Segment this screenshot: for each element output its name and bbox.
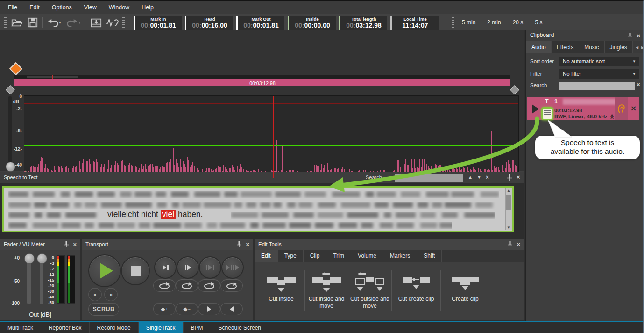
- toolbar-drag-handle[interactable]: [122, 17, 125, 28]
- previous-marker-button[interactable]: [220, 303, 243, 315]
- play-from-mark-button[interactable]: [177, 256, 199, 279]
- taskbar-reporter-box[interactable]: Reporter Box: [41, 322, 90, 333]
- loop-play-button[interactable]: [153, 279, 176, 292]
- menu-item-file[interactable]: File: [2, 1, 23, 14]
- loop-inside-button[interactable]: [198, 279, 220, 292]
- time-field-total-length[interactable]: Total length 00:03:12.98: [339, 16, 387, 30]
- menu-item-view[interactable]: View: [78, 1, 103, 14]
- time-field-mark-in[interactable]: Mark In 00:00:01.81: [134, 16, 182, 30]
- taskbar-bpm[interactable]: BPM: [184, 322, 211, 333]
- time-field-mark-out[interactable]: Mark Out 00:00:01.81: [236, 16, 284, 30]
- clipboard-audio-item[interactable]: T 1 1 00:03:12.98 BWF, Linear; 48.0 kHz …: [527, 97, 639, 120]
- scroll-up-icon[interactable]: ▲: [507, 188, 510, 193]
- scrub-button[interactable]: SCRUB: [88, 303, 119, 316]
- tab-type[interactable]: Type: [278, 250, 304, 262]
- tab-volume[interactable]: Volume: [351, 250, 383, 262]
- transcript-scrollbar-thumb[interactable]: [506, 195, 511, 210]
- loop-mark-out-button[interactable]: [220, 279, 243, 292]
- waveform-canvas[interactable]: [24, 95, 519, 178]
- close-panel-icon[interactable]: ×: [517, 241, 520, 248]
- menu-item-options[interactable]: Options: [46, 1, 78, 14]
- taskbar-singletrack[interactable]: SingleTrack: [139, 322, 184, 333]
- close-panel-icon[interactable]: ×: [637, 32, 640, 39]
- skip-forward-button[interactable]: »: [104, 288, 118, 301]
- close-panel-icon[interactable]: ×: [517, 174, 520, 181]
- toolbar-drag-handle[interactable]: [452, 17, 454, 28]
- speech-to-text-doc-icon[interactable]: [541, 107, 553, 120]
- pin-icon[interactable]: [64, 241, 69, 247]
- clipboard-search-clear-icon[interactable]: ×: [637, 81, 640, 88]
- import-audio-button[interactable]: [89, 16, 103, 29]
- playhead-cursor[interactable]: [273, 96, 274, 178]
- taskbar-multitrack[interactable]: MultiTrack: [0, 322, 41, 333]
- save-button[interactable]: [26, 16, 40, 29]
- open-file-button[interactable]: [10, 16, 24, 29]
- clipboard-search-input[interactable]: [559, 82, 635, 90]
- fader-track-left[interactable]: [27, 259, 31, 304]
- tabs-scroll-right-icon[interactable]: ▶: [641, 45, 644, 50]
- zoom-preset-5min[interactable]: 5 min: [456, 18, 481, 27]
- zoom-preset-2min[interactable]: 2 min: [481, 18, 506, 27]
- stop-button[interactable]: [121, 256, 150, 285]
- menu-item-help[interactable]: Help: [135, 1, 160, 14]
- overview-marker-diamond[interactable]: [9, 62, 22, 75]
- zoom-preset-20s[interactable]: 20 s: [507, 18, 529, 27]
- play-button[interactable]: [88, 254, 121, 287]
- tab-clip[interactable]: Clip: [304, 250, 327, 262]
- loop-mark-in-button[interactable]: [176, 279, 198, 292]
- tool-cut-inside[interactable]: Cut inside: [258, 266, 304, 311]
- taskbar-schedule-screen[interactable]: Schedule Screen: [211, 322, 269, 333]
- prelisten-button[interactable]: [105, 16, 119, 29]
- tab-effects[interactable]: Effects: [552, 41, 579, 53]
- prelisten-ear-button[interactable]: [615, 97, 628, 120]
- remove-marker-button[interactable]: ◆−: [176, 303, 198, 315]
- tab-music[interactable]: Music: [579, 41, 604, 53]
- tabs-scroll-left-icon[interactable]: ◀: [636, 45, 638, 50]
- pin-icon[interactable]: [507, 174, 512, 181]
- tab-trim[interactable]: Trim: [326, 250, 351, 262]
- tool-cut-inside-move[interactable]: Cut inside and move: [305, 266, 348, 311]
- play-around-marks-button[interactable]: [221, 256, 244, 279]
- search-prev-icon[interactable]: ▲: [468, 174, 473, 180]
- tab-shift[interactable]: Shift: [417, 250, 442, 262]
- transcript-scrollbar[interactable]: ▲ ▼: [505, 188, 512, 230]
- time-field-inside[interactable]: Inside 00:00:00.00: [288, 16, 336, 30]
- overview-left-handle[interactable]: [6, 85, 15, 94]
- toolbar-drag-handle[interactable]: [4, 17, 7, 28]
- taskbar-record-mode[interactable]: Record Mode: [90, 322, 139, 333]
- pin-icon[interactable]: [508, 241, 512, 247]
- next-marker-button[interactable]: [198, 303, 220, 315]
- collapse-chevrons-icon[interactable]: ≫: [609, 114, 615, 120]
- play-between-marks-button[interactable]: [199, 256, 221, 279]
- redo-button[interactable]: ▼: [65, 16, 83, 29]
- undo-button[interactable]: ▼: [46, 16, 64, 29]
- overview-right-handle[interactable]: [510, 85, 519, 94]
- fader-knob-left[interactable]: [24, 253, 35, 264]
- time-field-head[interactable]: Head 00:00:16.00: [185, 16, 233, 30]
- overview-duration-bar[interactable]: 00:03:12.98: [14, 79, 510, 86]
- tool-cut-outside-move[interactable]: Cut outside and move: [348, 266, 391, 311]
- item-delete-icon[interactable]: ×: [628, 97, 639, 120]
- scroll-down-icon[interactable]: ▼: [507, 225, 510, 230]
- tool-create-clip[interactable]: Create clip: [441, 266, 489, 311]
- close-panel-icon[interactable]: ×: [246, 241, 249, 248]
- zoom-preset-5s[interactable]: 5 s: [529, 18, 548, 27]
- pin-icon[interactable]: [237, 241, 241, 247]
- speech-search-input[interactable]: [395, 174, 463, 182]
- tab-markers[interactable]: Markers: [383, 250, 417, 262]
- menu-item-window[interactable]: Window: [103, 1, 135, 14]
- tool-cut-create-clip[interactable]: Cut create clip: [392, 266, 440, 311]
- pin-icon[interactable]: [628, 33, 632, 39]
- filter-dropdown[interactable]: No filter ▼: [559, 69, 639, 79]
- item-play-icon[interactable]: [532, 104, 539, 114]
- sort-order-dropdown[interactable]: No automatic sort ▼: [559, 57, 639, 66]
- tab-edit[interactable]: Edit: [255, 250, 278, 262]
- threshold-level-line[interactable]: [24, 145, 518, 146]
- play-to-mark-button[interactable]: [154, 256, 177, 279]
- close-panel-icon[interactable]: ×: [73, 241, 77, 248]
- search-clear-icon[interactable]: ×: [486, 174, 489, 181]
- add-marker-button[interactable]: ◆+: [153, 303, 176, 315]
- search-next-icon[interactable]: ▼: [477, 174, 481, 180]
- overview-strip[interactable]: [14, 75, 510, 79]
- skip-back-button[interactable]: «: [88, 288, 102, 301]
